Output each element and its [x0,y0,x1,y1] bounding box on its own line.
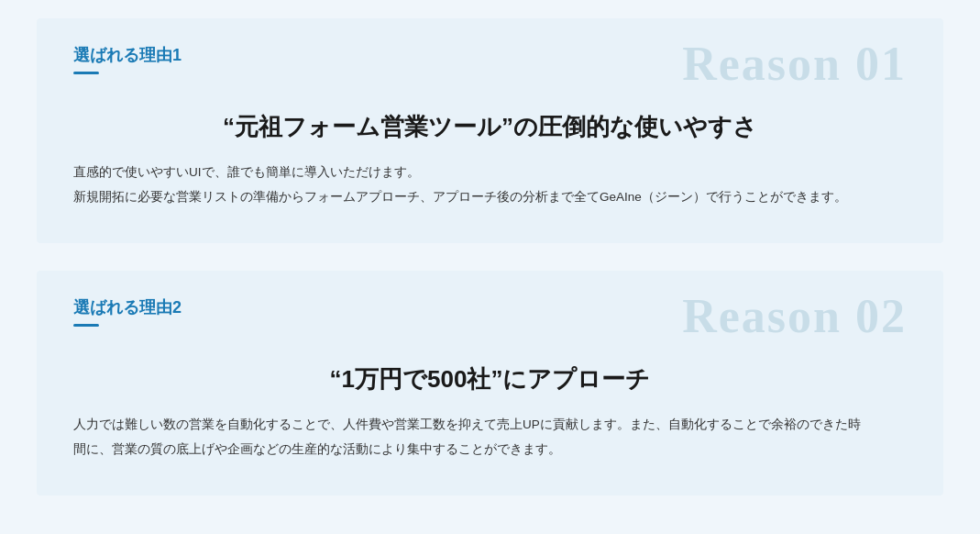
section-01-underline [73,72,99,74]
page-container: 選ばれる理由1 Reason 01 “元祖フォーム営業ツール”の圧倒的な使いやす… [0,0,980,534]
reason-01-section: 選ばれる理由1 Reason 01 “元祖フォーム営業ツール”の圧倒的な使いやす… [37,18,943,243]
reason-02-section: 選ばれる理由2 Reason 02 “1万円で500社”にアプローチ 人力では難… [37,271,943,495]
section-01-desc-line1: 直感的で使いやすいUIで、誰でも簡単に導入いただけます。 [73,161,907,184]
section-01-title: 選ばれる理由1 [73,44,182,66]
reason-02-number: Reason 02 [682,293,907,340]
section-02-label: 選ばれる理由2 [73,296,182,327]
section-02-underline [73,324,99,327]
section-02-title: 選ばれる理由2 [73,296,182,318]
section-02-description: 人力では難しい数の営業を自動化することで、人件費や営業工数を抑えて売上UPに貢献… [73,414,907,461]
section-01-label: 選ばれる理由1 [73,44,182,74]
section-02-main-title: “1万円で500社”にアプローチ [73,362,907,395]
section-01-header: 選ばれる理由1 Reason 01 [73,44,907,88]
section-01-description: 直感的で使いやすいUIで、誰でも簡単に導入いただけます。 新規開拓に必要な営業リ… [73,161,907,208]
section-02-desc-line1: 人力では難しい数の営業を自動化することで、人件費や営業工数を抑えて売上UPに貢献… [73,414,907,436]
section-01-desc-line2: 新規開拓に必要な営業リストの準備からフォームアプローチ、アプローチ後の分析まで全… [73,186,907,208]
section-01-main-title: “元祖フォーム営業ツール”の圧倒的な使いやすさ [73,110,907,143]
section-02-header: 選ばれる理由2 Reason 02 [73,296,907,340]
section-02-desc-line2: 間に、営業の質の底上げや企画などの生産的な活動により集中することができます。 [73,439,907,461]
reason-01-number: Reason 01 [682,40,907,88]
